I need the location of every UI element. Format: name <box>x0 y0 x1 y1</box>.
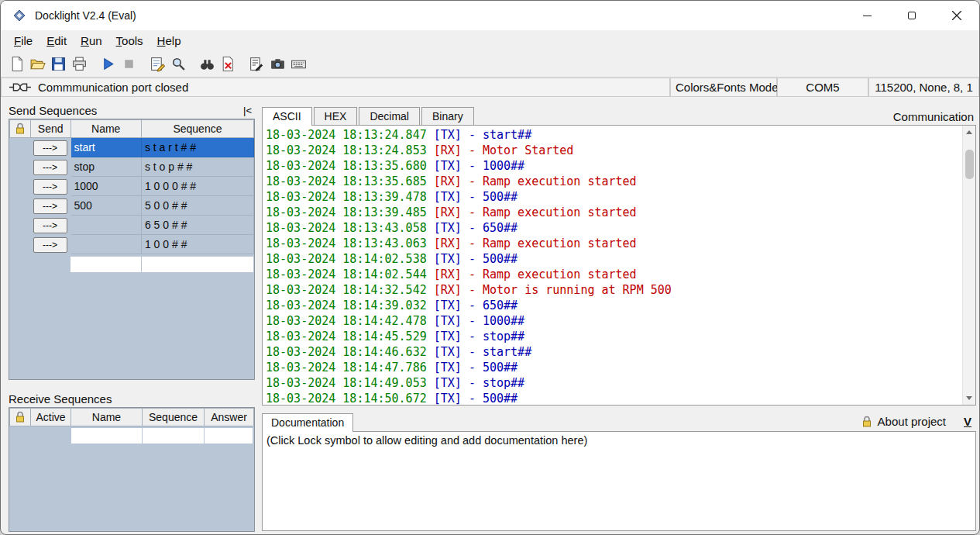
clear-communication-button[interactable] <box>218 54 239 74</box>
sequence-name-cell[interactable]: 500 <box>71 196 142 216</box>
log-line: 18-03-2024 18:14:32.542 [RX] - Motor is … <box>266 282 962 298</box>
sequence-value-cell[interactable]: s t o p # # <box>142 157 254 177</box>
minimize-icon <box>863 16 872 16</box>
log-line: 18-03-2024 18:13:24.853 [RX] - Motor Sta… <box>266 143 962 158</box>
sequence-name-cell[interactable]: stop <box>71 157 142 177</box>
log-line: 18-03-2024 18:13:35.685 [RX] - Ramp exec… <box>266 174 962 189</box>
collapse-documentation-button[interactable]: V <box>964 415 971 428</box>
maximize-button[interactable] <box>889 1 934 30</box>
titlebar[interactable]: Docklight V2.4 (Eval) <box>1 1 979 30</box>
keyboard-console-button[interactable] <box>288 54 309 74</box>
documentation-row: Documentation About project V <box>262 412 976 431</box>
close-button[interactable] <box>934 1 979 30</box>
menu-run[interactable]: Run <box>74 33 109 49</box>
save-project-button[interactable] <box>48 54 69 74</box>
menu-help[interactable]: Help <box>150 33 188 49</box>
window-controls <box>844 1 979 30</box>
tab-binary[interactable]: Binary <box>421 107 474 125</box>
new-document-icon <box>9 56 25 72</box>
sequence-name-cell[interactable] <box>71 235 142 254</box>
send-sequences-header-row: Send Name Sequence <box>9 119 254 138</box>
menu-edit[interactable]: Edit <box>40 33 74 49</box>
stop-communication-button[interactable] <box>119 54 139 74</box>
send-sequence-row: ---> 1 0 0 # # <box>9 235 254 254</box>
send-sequence-button[interactable]: ---> <box>33 218 67 233</box>
send-sequence-button[interactable]: ---> <box>33 160 67 175</box>
new-receive-answer-cell[interactable] <box>205 428 253 444</box>
sequence-value-cell[interactable]: 1 0 0 # # <box>142 235 254 254</box>
log-line: 18-03-2024 18:13:35.680 [TX] - 1000## <box>266 158 962 174</box>
save-icon <box>50 56 67 72</box>
send-sequences-rows: ---> start s t a r t # # ---> stop s t o… <box>9 138 254 254</box>
column-header-answer: Answer <box>205 408 254 426</box>
receive-lock-icon[interactable] <box>9 408 31 426</box>
send-sequence-row: ---> stop s t o p # # <box>9 157 254 177</box>
magnifier-icon <box>170 56 187 72</box>
new-sequence-value-cell[interactable] <box>142 257 253 272</box>
send-sequence-button[interactable]: ---> <box>33 198 67 214</box>
menu-file[interactable]: File <box>7 33 40 49</box>
sequence-name-cell[interactable] <box>71 216 142 235</box>
receive-sequences-header: Receive Sequences <box>9 390 255 407</box>
find-sequence-button[interactable] <box>168 54 189 74</box>
log-line: 18-03-2024 18:13:43.058 [TX] - 650## <box>266 220 962 236</box>
port-status-cell: Commmunication port closed <box>1 78 670 97</box>
serial-port-icon <box>9 81 31 93</box>
send-sequence-button[interactable]: ---> <box>33 179 67 195</box>
log-line: 18-03-2024 18:14:47.786 [TX] - 500## <box>266 360 962 375</box>
print-button[interactable] <box>69 54 90 74</box>
new-receive-name-cell[interactable] <box>71 428 142 444</box>
open-folder-icon <box>29 56 46 72</box>
minimize-button[interactable] <box>844 1 889 30</box>
doc-lock-icon[interactable] <box>861 416 872 428</box>
send-sequences-title: Send Sequences <box>9 104 97 117</box>
find-button[interactable] <box>197 54 218 74</box>
sequence-value-cell[interactable]: 6 5 0 # # <box>142 216 254 235</box>
tab-hex[interactable]: HEX <box>314 107 358 125</box>
snapshot-button[interactable] <box>267 54 288 74</box>
sequence-value-cell[interactable]: 5 0 0 # # <box>142 196 254 216</box>
keyboard-icon <box>291 56 307 72</box>
receive-sequences-header-row: Active Name Sequence Answer <box>9 408 254 426</box>
receive-sequences-panel: Active Name Sequence Answer <box>9 407 255 532</box>
send-sequence-button[interactable]: ---> <box>33 140 67 156</box>
printer-icon <box>71 56 88 72</box>
scroll-down-button[interactable] <box>963 392 975 405</box>
maximize-icon <box>908 12 916 19</box>
start-communication-button[interactable] <box>98 54 119 74</box>
new-receive-sequence-cell[interactable] <box>143 428 204 444</box>
edit-sequences-icon <box>249 56 265 72</box>
log-line: 18-03-2024 18:14:45.529 [TX] - stop## <box>266 329 962 344</box>
log-scrollbar[interactable] <box>962 126 975 405</box>
collapse-send-panel-button[interactable]: |< <box>243 105 252 116</box>
sequence-value-cell[interactable]: 1 0 0 0 # # <box>142 177 254 196</box>
sequence-name-cell[interactable]: start <box>71 138 142 157</box>
log-line: 18-03-2024 18:14:50.672 [TX] - 500## <box>266 391 962 405</box>
open-project-button[interactable] <box>27 54 48 74</box>
project-settings-button[interactable] <box>147 54 168 74</box>
log-line: 18-03-2024 18:14:42.478 [TX] - 1000## <box>266 313 962 329</box>
scroll-up-button[interactable] <box>963 126 975 139</box>
new-project-button[interactable] <box>6 54 27 74</box>
tab-ascii[interactable]: ASCII <box>262 107 312 126</box>
scrollbar-thumb[interactable] <box>965 150 974 179</box>
tab-documentation[interactable]: Documentation <box>262 413 353 432</box>
send-sequences-header: Send Sequences |< <box>9 102 255 119</box>
column-header-active: Active <box>31 408 71 426</box>
sequence-value-cell[interactable]: s t a r t # # <box>142 138 254 157</box>
sequence-name-cell[interactable]: 1000 <box>71 177 142 196</box>
log-line: 18-03-2024 18:14:02.538 [TX] - 500## <box>266 251 962 267</box>
empty-receive-row <box>9 426 254 445</box>
send-sequence-button[interactable]: ---> <box>33 237 67 253</box>
menu-tools[interactable]: Tools <box>109 33 150 49</box>
documentation-text[interactable]: (Click Lock symbol to allow editing and … <box>262 431 976 531</box>
send-lock-icon[interactable] <box>9 119 31 138</box>
communication-log[interactable]: 18-03-2024 18:13:24.847 [TX] - start##18… <box>263 126 962 405</box>
edit-mode-button[interactable] <box>246 54 267 74</box>
log-line: 18-03-2024 18:14:02.544 [RX] - Ramp exec… <box>266 267 962 282</box>
tab-decimal[interactable]: Decimal <box>359 107 420 125</box>
lock-icon <box>15 123 26 135</box>
about-project-link[interactable]: About project <box>878 415 946 428</box>
new-sequence-name-cell[interactable] <box>70 257 141 272</box>
port-status-text: Commmunication port closed <box>38 81 188 94</box>
